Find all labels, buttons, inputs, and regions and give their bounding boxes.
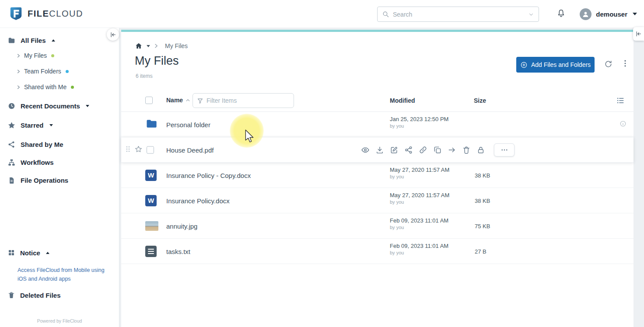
collapse-caret-icon[interactable] — [52, 39, 55, 42]
chevron-right-icon — [16, 85, 21, 90]
delete-icon[interactable] — [462, 146, 471, 154]
file-name[interactable]: annuity.jpg — [166, 222, 197, 230]
global-search-box[interactable] — [377, 7, 539, 22]
modified-by: by you — [390, 225, 448, 230]
sidebar-item-workflows[interactable]: Workflows — [0, 156, 119, 168]
preview-icon[interactable] — [361, 146, 370, 154]
status-dot — [51, 54, 54, 57]
modified-date: May 27, 2020 11:57 AM — [390, 167, 449, 173]
file-row-insurance-copy[interactable]: W Insurance Policy - Copy.docx May 27, 2… — [121, 163, 634, 188]
share-icon[interactable] — [404, 146, 413, 154]
file-name[interactable]: tasks.txt — [166, 247, 190, 255]
share-icon — [7, 140, 16, 149]
move-icon[interactable] — [448, 146, 456, 154]
notice-grid-icon — [7, 249, 15, 257]
add-files-button[interactable]: Add Files and Folders — [516, 57, 595, 73]
modified-cell: Jan 25, 2023 12:50 PM by you — [390, 116, 448, 129]
sidebar-item-my-files[interactable]: My Files — [0, 50, 119, 61]
file-row-annuity[interactable]: annuity.jpg Feb 09, 2023 11:01 AM by you… — [121, 213, 634, 239]
sidebar-item-starred[interactable]: Starred — [0, 119, 119, 131]
sort-asc-icon — [186, 98, 190, 103]
file-name[interactable]: Insurance Policy.docx — [166, 197, 230, 204]
select-all-checkbox[interactable] — [145, 97, 153, 104]
breadcrumb-current[interactable]: My Files — [165, 42, 188, 49]
collapse-caret-icon[interactable] — [46, 252, 49, 254]
expand-caret-icon[interactable] — [86, 105, 89, 107]
person-icon — [582, 10, 589, 18]
size-cell: 38 KB — [475, 172, 490, 178]
sidebar-item-deleted-files[interactable]: Deleted Files — [0, 289, 119, 301]
modified-cell: Feb 09, 2023 11:01 AM by you — [390, 243, 448, 255]
more-menu-button[interactable] — [621, 59, 630, 69]
sidebar-item-notice[interactable]: Notice — [0, 247, 119, 259]
edit-icon[interactable] — [390, 146, 399, 154]
file-name[interactable]: Personal folder — [166, 121, 210, 128]
name-column-label: Name — [166, 97, 183, 104]
download-icon[interactable] — [375, 146, 384, 154]
arrow-bar-left-icon — [110, 31, 116, 38]
list-view-toggle-icon[interactable] — [616, 96, 625, 107]
sidebar-item-label: All Files — [21, 37, 46, 44]
username-label: demouser — [596, 10, 627, 18]
modified-by: by you — [390, 199, 449, 205]
sidebar-item-label: Recent Documents — [21, 102, 80, 110]
search-scope-caret-icon[interactable] — [528, 11, 534, 17]
sidebar-item-recent-documents[interactable]: Recent Documents — [0, 100, 119, 112]
info-icon[interactable] — [620, 120, 626, 129]
file-row-insurance[interactable]: W Insurance Policy.docx May 27, 2020 11:… — [121, 188, 634, 213]
home-caret-icon[interactable] — [147, 45, 150, 47]
sidebar-item-shared-by-me[interactable]: Shared by Me — [0, 138, 119, 150]
sidebar-collapse-button[interactable] — [107, 28, 119, 41]
name-column-header[interactable]: Name — [166, 97, 190, 104]
document-icon — [7, 176, 16, 184]
modified-by: by you — [390, 174, 449, 179]
modified-by: by you — [390, 250, 448, 255]
file-row-personal-folder[interactable]: Personal folder Jan 25, 2023 12:50 PM by… — [121, 112, 634, 137]
sidebar-item-team-folders[interactable]: Team Folders — [0, 66, 119, 77]
file-name[interactable]: House Deed.pdf — [166, 146, 214, 153]
sidebar-item-shared-with-me[interactable]: Shared with Me — [0, 81, 119, 93]
refresh-button[interactable] — [604, 60, 612, 70]
trash-icon — [7, 291, 15, 299]
file-name[interactable]: Insurance Policy - Copy.docx — [166, 171, 251, 179]
search-input[interactable] — [393, 11, 525, 18]
filecloud-logo[interactable]: FILECLOUD — [9, 6, 83, 21]
modified-cell: May 27, 2020 11:57 AM by you — [390, 192, 449, 205]
user-avatar[interactable] — [580, 8, 592, 20]
link-icon[interactable] — [419, 146, 427, 154]
size-column-header[interactable]: Size — [474, 97, 486, 104]
user-menu-caret-icon[interactable] — [633, 13, 637, 15]
filter-funnel-icon — [197, 97, 203, 104]
word-file-icon: W — [145, 195, 157, 206]
more-actions-button[interactable] — [494, 143, 514, 157]
add-files-label: Add Files and Folders — [531, 61, 591, 68]
star-toggle-icon[interactable] — [135, 145, 142, 154]
image-thumbnail — [145, 221, 158, 231]
sidebar-item-label: Notice — [20, 249, 40, 257]
expand-caret-icon[interactable] — [49, 124, 53, 126]
modified-column-header[interactable]: Modified — [390, 97, 415, 104]
file-row-tasks[interactable]: tasks.txt Feb 09, 2023 11:01 AM by you 2… — [121, 239, 634, 264]
size-cell: 27 B — [475, 248, 486, 254]
right-panel-expand-button[interactable] — [633, 27, 644, 41]
row-checkbox[interactable] — [147, 146, 154, 153]
lock-icon[interactable] — [476, 146, 485, 154]
row-action-toolbar — [361, 146, 485, 154]
arrow-bar-left-icon — [635, 31, 642, 37]
home-icon[interactable] — [135, 42, 143, 50]
notifications-bell-icon[interactable] — [556, 9, 566, 20]
drag-handle-icon[interactable] — [126, 146, 130, 154]
modified-by: by you — [390, 123, 448, 129]
refresh-icon — [604, 60, 612, 68]
search-icon — [382, 10, 389, 18]
filter-input[interactable] — [206, 97, 290, 104]
modified-date: Jan 25, 2023 12:50 PM — [390, 116, 448, 122]
file-row-house-deed[interactable]: House Deed.pdf — [121, 137, 634, 163]
workflow-icon — [7, 158, 16, 167]
star-icon — [7, 121, 16, 129]
copy-icon[interactable] — [433, 146, 442, 154]
sidebar-item-all-files[interactable]: All Files — [0, 34, 119, 46]
sidebar-item-file-operations[interactable]: File Operations — [0, 174, 119, 186]
word-file-icon: W — [145, 170, 157, 181]
filter-box[interactable] — [192, 93, 294, 108]
